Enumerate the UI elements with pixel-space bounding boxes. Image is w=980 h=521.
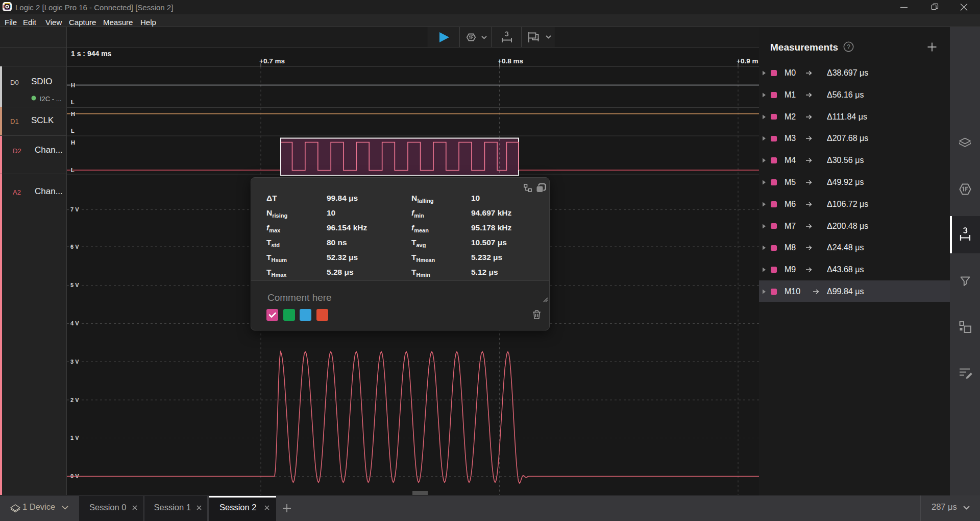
svg-text:1 V: 1 V <box>70 435 79 441</box>
svg-text:4 V: 4 V <box>70 320 79 326</box>
svg-text:7 V: 7 V <box>70 206 79 212</box>
svg-text:L: L <box>71 167 75 173</box>
svg-text:2 V: 2 V <box>70 397 79 403</box>
svg-text:L: L <box>71 99 75 105</box>
svg-text:L: L <box>71 128 75 134</box>
svg-text:?: ? <box>847 43 850 51</box>
svg-text:H: H <box>71 111 75 117</box>
svg-text:5 V: 5 V <box>70 282 79 288</box>
svg-text:H: H <box>71 139 75 146</box>
svg-text:6 V: 6 V <box>70 244 79 250</box>
svg-text:H: H <box>71 82 75 88</box>
svg-text:3 V: 3 V <box>70 359 79 365</box>
